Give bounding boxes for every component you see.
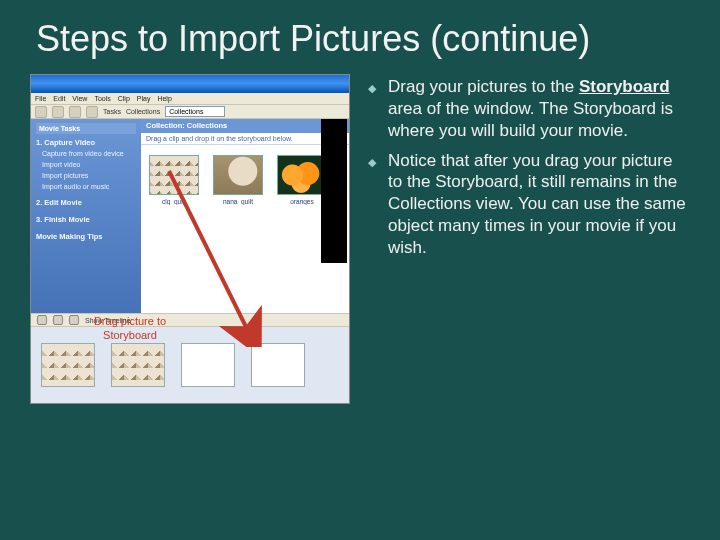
- sidebar-group: 2. Edit Movie: [36, 196, 136, 209]
- sidebar-item[interactable]: Capture from video device: [36, 149, 136, 160]
- tasks-sidebar: Movie Tasks 1. Capture Video Capture fro…: [31, 119, 141, 315]
- menu-item[interactable]: Play: [137, 95, 151, 102]
- collections-header: Collection: Collections: [141, 119, 349, 133]
- sidebar-heading: 3. Finish Movie: [36, 213, 136, 226]
- sidebar-item[interactable]: Import pictures: [36, 171, 136, 182]
- annotation-line-2: Storyboard: [103, 329, 157, 341]
- storyboard-frame[interactable]: [111, 343, 165, 387]
- menu-item[interactable]: View: [72, 95, 87, 102]
- toolbar-button[interactable]: [69, 106, 81, 118]
- thumbnail-caption: oranges: [277, 198, 327, 205]
- thumbnail[interactable]: clg_quilt: [149, 155, 199, 205]
- preview-panel: [321, 119, 347, 263]
- annotation-label: Drag picture to Storyboard: [75, 315, 185, 341]
- toolbar-label: Tasks: [103, 108, 121, 115]
- sidebar-item[interactable]: Import audio or music: [36, 182, 136, 193]
- thumbnail-image: [149, 155, 199, 195]
- slide-title: Steps to Import Pictures (continue): [30, 18, 690, 60]
- app-body: Movie Tasks 1. Capture Video Capture fro…: [31, 119, 349, 315]
- menu-item[interactable]: Clip: [118, 95, 130, 102]
- tool-bar: Tasks Collections Collections: [31, 105, 349, 119]
- toolbar-label: Collections: [126, 108, 160, 115]
- slide-content: File Edit View Tools Clip Play Help Task…: [30, 70, 690, 404]
- storyboard-btn-icon[interactable]: [53, 315, 63, 325]
- storyboard-frame-empty[interactable]: [251, 343, 305, 387]
- bullet-marker-icon: ◆: [368, 76, 380, 141]
- collections-subtext: Drag a clip and drop it on the storyboar…: [141, 133, 349, 145]
- storyboard-frame-empty[interactable]: [181, 343, 235, 387]
- toolbar-button[interactable]: [52, 106, 64, 118]
- slide: Steps to Import Pictures (continue) File…: [0, 0, 720, 540]
- thumbnail-row: clg_quilt nana_quilt oranges: [141, 145, 349, 215]
- thumbnail-image: [277, 155, 327, 195]
- menu-item[interactable]: Edit: [53, 95, 65, 102]
- bullet-list: ◆ Drag your pictures to the Storyboard a…: [368, 74, 690, 404]
- bullet-text: Notice that after you drag your picture …: [388, 150, 690, 259]
- collections-pane: Collection: Collections Drag a clip and …: [141, 119, 349, 315]
- sidebar-item[interactable]: Import video: [36, 160, 136, 171]
- thumbnail-image: [213, 155, 263, 195]
- sidebar-group: 1. Capture Video Capture from video devi…: [36, 136, 136, 192]
- storyboard-btn-icon[interactable]: [37, 315, 47, 325]
- thumbnail[interactable]: oranges: [277, 155, 327, 205]
- bullet-item: ◆ Notice that after you drag your pictur…: [368, 150, 690, 259]
- thumbnail-caption: clg_quilt: [149, 198, 199, 205]
- thumbnail[interactable]: nana_quilt: [213, 155, 263, 205]
- bullet-text: Drag your pictures to the Storyboard are…: [388, 76, 690, 141]
- bullet-1-pre: Drag your pictures to the: [388, 77, 579, 96]
- menu-item[interactable]: File: [35, 95, 46, 102]
- bullet-1-bold: Storyboard: [579, 77, 670, 96]
- menu-bar: File Edit View Tools Clip Play Help: [31, 93, 349, 105]
- sidebar-heading: 2. Edit Movie: [36, 196, 136, 209]
- window-titlebar: [31, 75, 349, 93]
- thumbnail-caption: nana_quilt: [213, 198, 263, 205]
- menu-item[interactable]: Tools: [94, 95, 110, 102]
- bullet-item: ◆ Drag your pictures to the Storyboard a…: [368, 76, 690, 141]
- collections-dropdown[interactable]: Collections: [165, 106, 225, 117]
- app-screenshot: File Edit View Tools Clip Play Help Task…: [30, 74, 350, 404]
- sidebar-heading: Movie Making Tips: [36, 230, 136, 243]
- bullet-1-post: area of the window. The Storyboard is wh…: [388, 99, 673, 140]
- menu-item[interactable]: Help: [157, 95, 171, 102]
- toolbar-button[interactable]: [86, 106, 98, 118]
- dropdown-value: Collections: [169, 108, 203, 115]
- sidebar-title: Movie Tasks: [36, 123, 136, 134]
- sidebar-heading: 1. Capture Video: [36, 136, 136, 149]
- sidebar-group: 3. Finish Movie: [36, 213, 136, 226]
- bullet-marker-icon: ◆: [368, 150, 380, 259]
- toolbar-button[interactable]: [35, 106, 47, 118]
- annotation-line-1: Drag picture to: [94, 315, 166, 327]
- storyboard-frame[interactable]: [41, 343, 95, 387]
